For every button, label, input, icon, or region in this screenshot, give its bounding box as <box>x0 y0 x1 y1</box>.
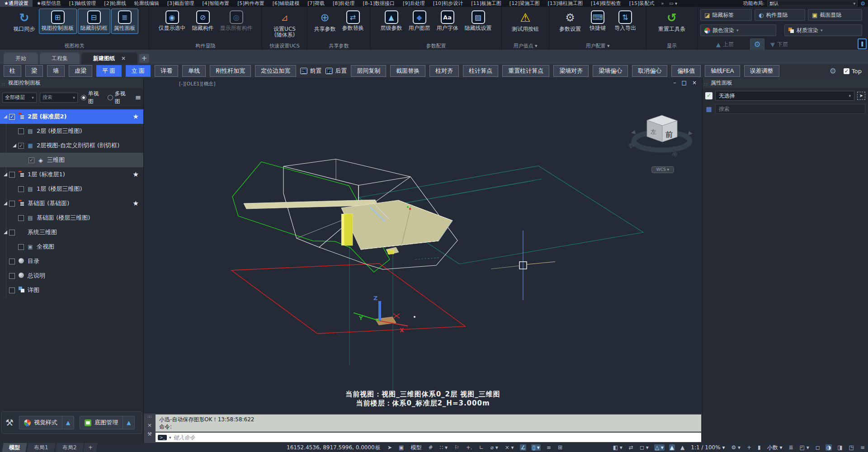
ribbon-collapse-icon[interactable]: ▭ ▾ <box>666 1 680 6</box>
viewport-config-icon[interactable]: ◧ ▾ <box>612 444 623 451</box>
tree-item-foundation[interactable]: 基础面 (基础面) ★ <box>0 196 143 211</box>
quick-measure-icon[interactable]: ⊞ <box>557 444 563 451</box>
layout-select[interactable]: 默认 ▾ <box>767 0 858 6</box>
image-frame-icon[interactable]: ▣ <box>398 444 405 451</box>
locate-edge-widen-button[interactable]: 定位边加宽 <box>255 65 296 77</box>
basemap-manage-button[interactable]: 底图管理 ▲ <box>80 416 135 429</box>
checkbox-icon[interactable] <box>9 230 15 235</box>
isolate-objects-icon[interactable]: ▮ <box>757 444 762 451</box>
drawing-canvas[interactable]: Z Y X 左 前 西 南 [-][OLE1][概念 <box>144 78 702 414</box>
restore-icon[interactable]: □ <box>682 80 687 86</box>
scale-readout[interactable]: 1:1 / 100% ▾ <box>690 444 726 451</box>
shared-params-button[interactable]: ⊕ 共享参数 <box>311 9 339 34</box>
user-layers-button[interactable]: ◆ 用户图层 <box>406 9 433 33</box>
beam-wall-align-button[interactable]: 梁墙对齐 <box>553 65 589 77</box>
command-input[interactable] <box>174 434 699 441</box>
star-icon[interactable]: ★ <box>133 170 139 179</box>
elevation-view-button[interactable]: 立 面 <box>126 65 151 77</box>
menu-item-postprocess[interactable]: [9]后处理 <box>399 0 429 7</box>
panel-title-bar[interactable]: ∷ 视图控制面板 <box>0 78 143 88</box>
hidden-line-settings-button[interactable]: ▨ 隐藏线设置 <box>462 9 495 33</box>
expand-up-icon[interactable]: ▲ <box>62 416 74 429</box>
snap-mode-icon[interactable]: ∷ ▾ <box>439 444 448 451</box>
dynamic-input-icon[interactable]: ▯ ▾ <box>531 444 540 451</box>
hotkey-button[interactable]: ⌨ 快捷键 <box>585 9 611 34</box>
menu-item-model-info[interactable]: ★模型信息 <box>33 0 65 7</box>
menu-item-beam-drawing[interactable]: [12]梁施工图 <box>505 0 544 7</box>
close-icon[interactable]: × <box>147 422 152 428</box>
add-tab-button[interactable]: + <box>139 54 149 63</box>
property-search-input[interactable] <box>715 104 865 114</box>
command-history[interactable]: 小迅-自动保存图形OK！13:58:58:622 命令: <box>156 414 701 432</box>
pan-icon[interactable]: ⇄ <box>628 444 634 451</box>
set-ucs-button[interactable]: ⊿ 设置UCS (随体系) <box>271 9 298 40</box>
column-align-button[interactable]: 柱对齐 <box>429 65 459 77</box>
lineweight-icon[interactable]: ≡ <box>546 444 552 451</box>
single-view-radio[interactable]: 单视图 <box>81 90 104 105</box>
axis-fea-button[interactable]: 轴线FEA <box>705 65 740 77</box>
tab-model[interactable]: 模型 <box>2 443 27 452</box>
checkbox-icon[interactable] <box>18 186 24 192</box>
polar-tracking-icon[interactable]: ⚐ <box>453 444 460 451</box>
menu-item-outline[interactable]: [2]轮廓线 <box>100 0 130 7</box>
menu-item-data-interface[interactable]: [8-1]数据接口 <box>359 0 399 7</box>
floor-filter-select[interactable]: 全部楼层 ▾ <box>2 93 37 103</box>
property-panel-button[interactable]: ≣ 属性面板 <box>111 9 138 34</box>
checkbox-icon[interactable] <box>9 201 15 207</box>
menu-overflow-icon[interactable]: » <box>658 1 666 6</box>
annotation-visibility-icon[interactable]: ▲ <box>669 444 675 451</box>
user-font-button[interactable]: Aa 用户字体 <box>434 9 461 33</box>
reset-toolbar-button[interactable]: ↺ 重置工具条 <box>656 9 688 34</box>
multi-view-radio[interactable]: 多视图 <box>108 90 131 105</box>
expand-up-icon[interactable]: ▲ <box>123 416 134 429</box>
tree-item-full-view[interactable]: ▣ 全视图 <box>0 240 143 254</box>
plan-view-button[interactable]: 平 面 <box>96 65 122 77</box>
checkbox-icon[interactable] <box>9 273 15 279</box>
layout-gear-icon[interactable]: ⚙ <box>860 0 865 7</box>
object-snap-icon[interactable]: +. <box>465 444 473 451</box>
checkbox-icon[interactable] <box>28 157 34 163</box>
beam-wall-offset-button[interactable]: 梁墙偏心 <box>593 65 628 77</box>
hardware-accel-icon[interactable]: ◑ <box>826 444 832 451</box>
add-layout-tab[interactable]: + <box>84 443 98 452</box>
units-readout[interactable]: 小数 ▾ <box>766 444 783 452</box>
ortho-icon[interactable]: ∟ <box>478 444 485 451</box>
tab-layout1[interactable]: 布局1 <box>27 443 55 452</box>
menu-item-load[interactable]: [7]荷载 <box>303 0 329 7</box>
menu-item-model-check[interactable]: [14]模型检查 <box>587 0 625 7</box>
menu-item-preliminary-design[interactable]: [10]初步设计 <box>429 0 467 7</box>
tree-item-foundation-3d[interactable]: ▤ 基础面 (楼层三维图) <box>0 211 143 225</box>
material-render-button[interactable]: 材质渲染 ▾ <box>784 24 862 36</box>
cancel-offset-button[interactable]: 取消偏心 <box>632 65 667 77</box>
clip-volume-icon[interactable]: ◻ ▾ <box>639 444 650 451</box>
test-button[interactable]: ⚠ 测试用按钮 <box>509 9 542 34</box>
tree-item-floor2-clipbox[interactable]: ▦ 2层视图-自定义剖切框 (剖切框) <box>0 138 143 153</box>
selection-select[interactable]: 无选择 ▾ <box>715 91 854 101</box>
display-monitor-icon[interactable]: ◰ ▾ <box>799 444 810 451</box>
chevron-down-icon[interactable]: ▾ <box>169 435 171 440</box>
view-control-panel-button[interactable]: ⊞ 视图控制面板 <box>39 9 77 34</box>
collapsed-panel-icon[interactable]: ❚ <box>858 38 867 49</box>
section-visibility-button[interactable]: ▣ 截面显隐 <box>808 9 862 21</box>
copy-between-floors-button[interactable]: 层间复制 <box>351 65 386 77</box>
visual-style-button[interactable]: 视觉样式 ▲ <box>19 416 74 429</box>
level-params-button[interactable]: ▲ 层级参数 <box>378 9 405 33</box>
panel-title-bar[interactable]: ∷ 属性面板 <box>703 78 868 88</box>
tools-icon[interactable]: ⚒ <box>5 417 14 428</box>
top-checkbox[interactable]: ✓ Top <box>844 68 862 75</box>
center-snap-icon[interactable]: ⌀ ▾ <box>490 444 499 451</box>
checkbox-icon[interactable] <box>9 172 15 178</box>
tab-start[interactable]: 开始 <box>4 52 38 64</box>
upper-floor-button[interactable]: ▲ 上层 <box>712 38 748 50</box>
tree-item-floor2[interactable]: 2层 (标准层2) ★ <box>0 109 143 124</box>
param-settings-button[interactable]: ⚙ 参数设置 <box>557 9 584 34</box>
wall-button[interactable]: 墙 <box>47 65 65 77</box>
checkbox-icon[interactable] <box>18 143 24 149</box>
status-menu-icon[interactable]: ≡ <box>859 444 866 451</box>
menu-item-outline-edit[interactable]: 轮廓线编辑 <box>130 0 163 7</box>
tab-layout2[interactable]: 布局2 <box>55 443 84 452</box>
tree-item-floor1[interactable]: 1层 (标准层1) ★ <box>0 167 143 182</box>
rigid-bar-widen-button[interactable]: 刚性杆加宽 <box>210 65 251 77</box>
menu-item-axis[interactable]: [1]轴线管理 <box>65 0 100 7</box>
wrench-icon[interactable]: ⚒ <box>147 431 152 437</box>
